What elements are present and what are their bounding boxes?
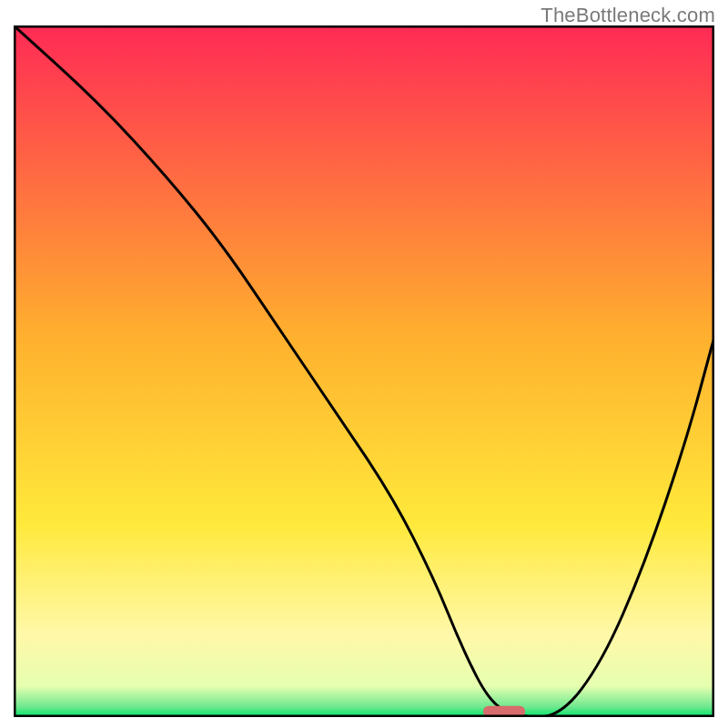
chart-plot: [14, 25, 714, 717]
watermark-text: TheBottleneck.com: [541, 4, 715, 27]
chart-svg: [14, 25, 714, 717]
gradient-background: [14, 25, 714, 717]
chart-container: TheBottleneck.com: [0, 0, 728, 728]
